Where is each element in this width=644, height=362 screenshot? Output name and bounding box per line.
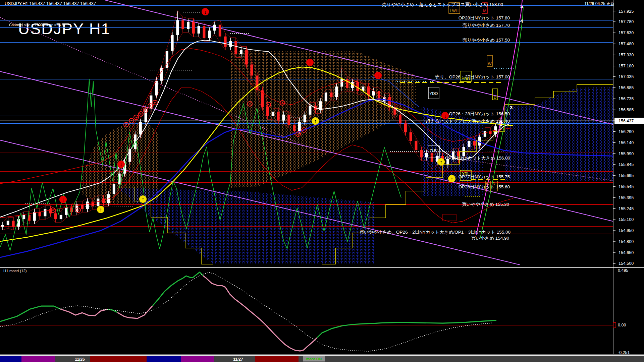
order-annotation: 売りやや小さめ 157.70 [463, 23, 510, 28]
order-annotation: 買いやや小さめ 155.30 [462, 202, 509, 207]
macd-axis-label: 0.495 [618, 268, 628, 273]
candle-body [251, 64, 253, 75]
macd-zero-tick [613, 322, 616, 328]
sell-signal-icon: ↓ [374, 72, 382, 79]
svg-text:↑: ↑ [142, 196, 144, 202]
svg-text:↑: ↑ [314, 118, 317, 124]
timeline-session-segment [255, 356, 299, 362]
axis-price-label: 156.885 [619, 85, 634, 90]
candle-body [192, 22, 195, 34]
candle-body [245, 50, 248, 64]
candle-body [473, 141, 476, 145]
candle-body [22, 215, 25, 219]
candle-body [44, 209, 46, 216]
macd-layer [0, 272, 613, 351]
macd-line [203, 276, 317, 351]
buy-signal-icon: ↑ [448, 175, 455, 182]
svg-text:↓: ↓ [120, 162, 122, 167]
order-annotation: 超えるとストップロス買い小さめ 156.40 [426, 119, 510, 124]
svg-text:W: W [488, 62, 492, 66]
axis-price-label: 157.630 [619, 31, 634, 35]
sell-signal-icon: ↓ [202, 8, 209, 15]
svg-text:YDC: YDC [430, 148, 438, 152]
axis-price-label: 155.695 [619, 173, 634, 178]
candle-body [171, 35, 174, 51]
timeline-session-segment [147, 356, 181, 362]
candle-body [415, 141, 417, 150]
order-annotation: OP28日NYカット 157.80 [459, 15, 510, 20]
axis-price-label: 157.330 [619, 53, 634, 57]
wave-count-number: 4 [520, 18, 523, 24]
candle-body [7, 221, 9, 225]
candle-body [266, 107, 269, 116]
candle-body [181, 20, 184, 29]
channel-info-label: Channel size = 1200 Slope = -3.57 [9, 23, 66, 27]
axis-price-label: 155.545 [619, 184, 634, 189]
candle-body [468, 141, 470, 147]
candle-body [335, 86, 338, 97]
candle-body [340, 79, 343, 86]
buy-signal-icon: ↑ [312, 117, 319, 125]
trading-terminal: USDJPY H1 ↓↓↓↓↓↓↑↑↑↑↑LWHMWYDHYDODYDCYDLW… [0, 0, 644, 362]
candle-body [145, 109, 147, 122]
macd-indicator-label: H1 macd (12) [3, 269, 27, 273]
candle-body [39, 212, 41, 216]
candle-body [166, 51, 168, 68]
candle-body [309, 106, 311, 115]
candle-body [478, 137, 481, 145]
candle-body [425, 153, 428, 157]
macd-toggle-badge[interactable]: macd ON [303, 356, 325, 362]
sell-signal-icon: ↓ [117, 161, 125, 168]
buy-signal-icon: ↑ [97, 206, 104, 213]
order-annotation: OP26・28日NYカット 156.50 [449, 111, 510, 116]
order-annotation: 売り、OP26・27日NYカット 157.00 [435, 74, 510, 79]
alert-box-red [443, 214, 456, 221]
axis-price-label: 155.245 [619, 206, 634, 211]
macd-signal-line [0, 273, 493, 351]
candle-body [1, 225, 4, 227]
candle-body [404, 123, 407, 132]
macd-line [0, 306, 60, 321]
axis-price-label: 156.585 [619, 108, 634, 112]
candle-body [155, 81, 158, 96]
order-annotation: OP26日NYカット 155.60 [459, 184, 510, 189]
axis-price-label: 157.480 [619, 42, 634, 46]
candle-body [203, 26, 205, 38]
candle-body [219, 25, 221, 37]
svg-text:↓: ↓ [377, 73, 379, 78]
svg-text:D: D [494, 95, 496, 99]
svg-text:↓: ↓ [309, 60, 311, 65]
order-annotation: 買い小さめ 154.90 [471, 236, 509, 241]
candle-body [224, 37, 227, 47]
axis-price-label: 157.925 [619, 9, 634, 14]
candle-body [272, 112, 274, 116]
candle-body [298, 122, 301, 131]
candle-body [113, 184, 115, 194]
sell-signal-icon: ↓ [59, 196, 67, 203]
trail-dot-icon [134, 115, 139, 120]
candle-body [325, 93, 327, 101]
day-level-box-d: D [492, 89, 498, 100]
candle-body [234, 41, 237, 54]
axis-price-label: 155.395 [619, 195, 634, 200]
candle-body [287, 115, 290, 125]
day-level-box-w: W [487, 55, 492, 66]
candle-body [150, 96, 152, 109]
candle-body [484, 131, 486, 137]
candle-body [282, 115, 285, 121]
candle-body [86, 201, 89, 209]
axis-price-label: 157.780 [619, 19, 634, 24]
candle-body [97, 199, 99, 206]
axis-price-label: 156.735 [619, 97, 634, 101]
main-chart-layer: ↓↓↓↓↓↓↑↑↑↑↑ [0, 0, 644, 265]
macd-line [60, 309, 107, 316]
macd-line [153, 272, 203, 306]
candle-body [277, 112, 280, 120]
macd-line [107, 309, 117, 312]
order-annotation: 買いやや小さめ、OP26・2日NYカット大きめ/OP1・3日NYカット 155.… [360, 230, 511, 235]
price-chart-canvas[interactable]: ↓↓↓↓↓↓↑↑↑↑↑LWHMWYDHYDODYDCYDLWD売りやや小さめ・超… [0, 0, 644, 362]
timeline-session-segment [90, 356, 147, 362]
svg-text:LWH: LWH [450, 9, 459, 13]
timeline-session-segment [0, 356, 21, 362]
svg-text:M: M [483, 9, 486, 13]
